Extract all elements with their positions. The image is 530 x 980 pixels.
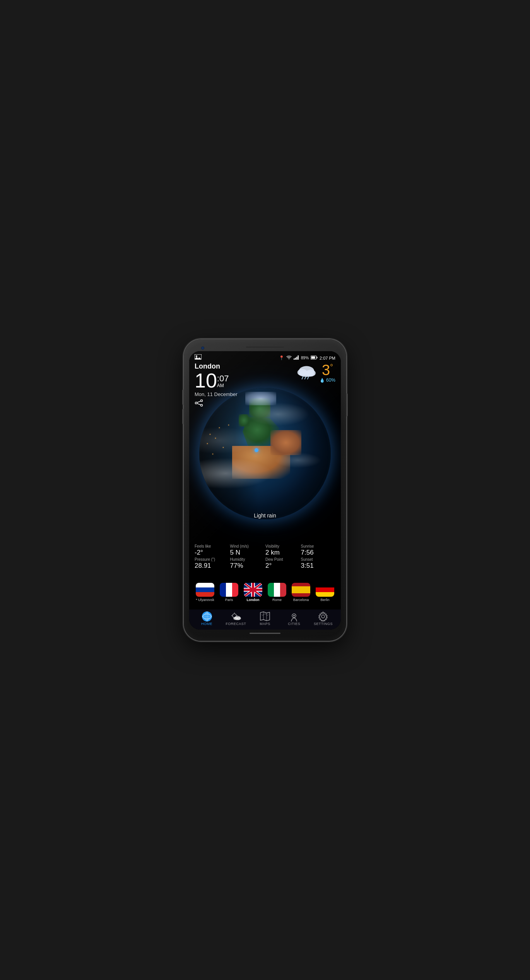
svg-rect-4: [295, 358, 296, 360]
status-icons: 📍: [279, 355, 335, 360]
flag-spain: [292, 583, 310, 597]
volume-up-button[interactable]: [182, 389, 184, 405]
volume-down-button[interactable]: [182, 409, 184, 424]
home-indicator: [250, 633, 280, 634]
precipitation-value: 60%: [326, 377, 335, 383]
flag-germany: [316, 583, 334, 597]
dew-point-label: Dew Point: [265, 557, 300, 562]
humidity-label: Humidity: [230, 557, 265, 562]
home-globe-icon: [202, 611, 212, 621]
wind-label: Wind (m/s): [230, 544, 265, 548]
nav-settings[interactable]: SETTINGS: [309, 612, 338, 626]
svg-point-1: [196, 355, 197, 357]
maps-nav-label: MAPS: [260, 622, 270, 626]
nav-maps[interactable]: MAPS: [250, 612, 279, 626]
svg-point-23: [205, 612, 209, 621]
wifi-icon: [286, 355, 292, 360]
battery-icon: [311, 355, 318, 360]
pressure-stat: Pressure (") 28.91: [195, 557, 229, 570]
sunset-stat: Sunset 3:51: [301, 557, 336, 570]
nav-home[interactable]: HOME: [192, 612, 221, 626]
svg-point-24: [202, 615, 212, 618]
cities-icon: [289, 612, 299, 621]
city-item-berlin[interactable]: Berlin: [314, 583, 336, 602]
sunrise-value: 7:56: [301, 549, 336, 557]
city-label-barcelona: Barcelona: [293, 598, 309, 602]
phone-screen: 📍: [189, 351, 341, 630]
visibility-stat: Visibility 2 km: [265, 544, 300, 557]
sunset-value: 3:51: [301, 562, 336, 570]
weather-icon: [295, 365, 316, 381]
date-display: Mon, 11 December: [195, 391, 335, 397]
svg-line-19: [302, 377, 303, 379]
city-item-rome[interactable]: Rome: [266, 583, 288, 602]
sunrise-stat: Sunrise 7:56: [301, 544, 336, 557]
city-item-paris[interactable]: Paris: [218, 583, 240, 602]
city-label-rome: Rome: [272, 598, 282, 602]
city-label-ulyanovsk: * Ulyanovsk: [196, 598, 214, 602]
svg-point-40: [321, 615, 325, 618]
share-button[interactable]: [195, 400, 335, 408]
forecast-icon: [231, 612, 241, 621]
camera-icon: [201, 346, 205, 350]
time-hour: 10: [195, 370, 217, 391]
phone-frame: 📍: [184, 339, 346, 641]
svg-line-14: [197, 403, 201, 405]
flag-france: [220, 583, 238, 597]
signal-icon: [294, 355, 299, 360]
svg-point-10: [201, 400, 203, 402]
home-icon: [202, 612, 212, 621]
sunrise-label: Sunrise: [301, 544, 336, 548]
city-item-ulyanovsk[interactable]: * Ulyanovsk: [194, 583, 216, 602]
maps-icon: [260, 612, 270, 621]
settings-nav-label: SETTINGS: [314, 622, 333, 626]
bottom-navigation: HOME: [189, 610, 341, 630]
dew-point-stat: Dew Point 2°: [265, 557, 300, 570]
speaker-grille: [246, 346, 284, 348]
forecast-nav-label: FORECAST: [226, 622, 246, 626]
nav-forecast[interactable]: FORECAST: [221, 612, 250, 626]
svg-marker-35: [260, 612, 270, 621]
city-item-barcelona[interactable]: Barcelona: [290, 583, 312, 602]
feels-like-label: Feels like: [195, 544, 229, 548]
cities-row: * Ulyanovsk Paris London: [189, 581, 341, 603]
svg-line-20: [305, 377, 306, 379]
city-label-berlin: Berlin: [320, 598, 329, 602]
time-ampm: AM: [217, 383, 229, 388]
droplet-icon: 💧: [320, 378, 325, 383]
gallery-icon[interactable]: [195, 354, 202, 362]
cities-nav-label: CITIES: [288, 622, 300, 626]
svg-rect-5: [296, 357, 297, 360]
svg-line-13: [197, 401, 201, 403]
location-icon: 📍: [279, 355, 284, 360]
svg-marker-2: [195, 357, 202, 359]
nav-cities[interactable]: CITIES: [280, 612, 309, 626]
svg-point-39: [293, 615, 295, 616]
pressure-label: Pressure ("): [195, 557, 229, 562]
visibility-label: Visibility: [265, 544, 300, 548]
svg-point-34: [236, 617, 241, 620]
svg-rect-8: [317, 357, 318, 359]
flag-italy: [268, 583, 286, 597]
visibility-value: 2 km: [265, 549, 300, 557]
humidity-stat: Humidity 77%: [230, 557, 265, 570]
svg-rect-6: [298, 355, 299, 360]
flag-russia: [196, 583, 214, 597]
phone-top-bar: [189, 346, 341, 348]
svg-point-18: [299, 370, 314, 377]
power-button[interactable]: [346, 393, 348, 417]
time-minutes: :07: [217, 374, 229, 383]
home-nav-label: HOME: [201, 622, 212, 626]
status-row: 📍: [195, 354, 335, 362]
settings-icon: [318, 612, 328, 621]
humidity-value: 77%: [230, 562, 265, 570]
app-content: 📍: [189, 351, 341, 630]
city-item-london[interactable]: London: [242, 583, 264, 602]
feels-like-value: -2°: [195, 549, 229, 557]
svg-point-12: [195, 402, 197, 404]
city-label-paris: Paris: [225, 598, 233, 602]
city-label-london: London: [247, 598, 260, 602]
feels-like-stat: Feels like -2°: [195, 544, 229, 557]
clock-time: 2:07 PM: [320, 356, 335, 360]
precipitation-row: 💧 60%: [320, 377, 335, 383]
